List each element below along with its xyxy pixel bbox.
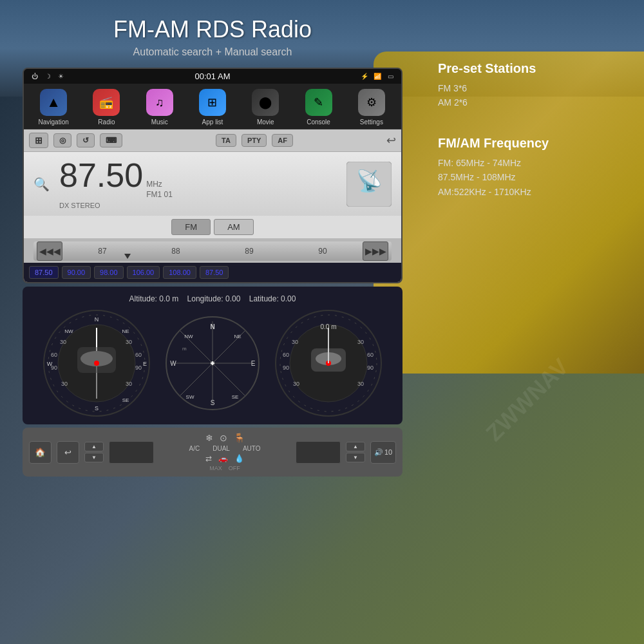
svg-text:m: m (182, 346, 187, 352)
preset-2[interactable]: 90.00 (62, 266, 91, 279)
preset-6[interactable]: 87.50 (200, 266, 229, 279)
svg-text:90: 90 (51, 365, 57, 371)
svg-text:SE: SE (122, 397, 129, 403)
svg-text:60: 60 (367, 352, 374, 358)
ac-arrows-icon: ⇄ (205, 454, 212, 463)
vol-down-btn[interactable]: ▼ (346, 453, 365, 462)
preset-row: 87.50 90.00 98.00 106.00 108.00 87.50 (24, 263, 401, 282)
freq-fm2: 87.5MHz - 108MHz (438, 170, 631, 184)
fm-button[interactable]: FM (171, 219, 211, 235)
scale-mark-87: 87 (98, 247, 106, 256)
svg-text:60: 60 (51, 352, 57, 358)
radio-panel: ⊞ ◎ ↺ ⌨ TA PTY AF ↩ 🔍 87.50 (24, 129, 401, 282)
preset-stations-section: Pre-set Stations FM 3*6 AM 2*6 (438, 61, 631, 110)
svg-text:SE: SE (232, 394, 239, 400)
frequency-range-section: FM/AM Frequency FM: 65MHz - 74MHz 87.5MH… (438, 136, 631, 199)
music-app-icon: ♫ (146, 89, 173, 116)
scan-btn[interactable]: ◎ (53, 133, 71, 147)
svg-text:W: W (170, 360, 176, 367)
frequency-scale: ◀◀◀ 87 88 89 90 ▶▶▶ (24, 238, 401, 263)
am-button[interactable]: AM (214, 219, 254, 235)
signal-icon: 📡 (346, 162, 392, 207)
frequency-number: 87.50 (59, 158, 143, 192)
radio-app-item[interactable]: 📻 Radio (84, 89, 129, 126)
movie-app-item[interactable]: ⬤ Movie (243, 89, 288, 126)
direction-gauge: N S E W NE NW SW SE m (164, 315, 261, 412)
preset-1[interactable]: 87.50 (29, 266, 59, 279)
svg-text:90: 90 (367, 365, 374, 371)
console-app-item[interactable]: ✎ Console (296, 89, 341, 126)
af-btn[interactable]: AF (272, 134, 293, 147)
device-screen: ⏻ ☽ ☀ 00:01 AM ⚡ 📶 ▭ ▲ Navigation � (23, 68, 402, 283)
altitude-label: Altitude: (129, 294, 157, 303)
altitude-value: 0.0 m (159, 294, 178, 303)
svg-text:S: S (95, 405, 99, 412)
svg-text:30: 30 (357, 339, 364, 345)
svg-text:30: 30 (293, 381, 299, 387)
svg-text:60: 60 (135, 352, 142, 358)
preset-4[interactable]: 106.00 (127, 266, 160, 279)
svg-text:E: E (143, 361, 147, 367)
status-bar: ⏻ ☽ ☀ 00:01 AM ⚡ 📶 ▭ (24, 69, 401, 84)
preset-3[interactable]: 98.00 (94, 266, 124, 279)
pty-btn[interactable]: PTY (242, 134, 267, 147)
radio-app-icon: 📻 (93, 89, 120, 116)
ac-max-label: MAX (209, 465, 222, 471)
page-subtitle: Automatic search + Manual search (133, 46, 292, 58)
radio-icon-btn[interactable]: ↺ (77, 133, 95, 147)
left-temp-display (109, 441, 154, 464)
svg-text:60: 60 (283, 352, 289, 358)
svg-text:📡: 📡 (356, 167, 383, 193)
temp-up-btn[interactable]: ▲ (84, 442, 104, 451)
latitude-value: 0.00 (281, 294, 296, 303)
settings-app-item[interactable]: ⚙ Settings (349, 89, 394, 126)
preset-fm: FM 3*6 (438, 81, 631, 95)
music-app-item[interactable]: ♫ Music (137, 89, 182, 126)
preset-5[interactable]: 108.00 (163, 266, 196, 279)
applist-app-item[interactable]: ⊞ App list (190, 89, 235, 126)
prev-station-btn[interactable]: ◀◀◀ (37, 242, 62, 261)
next-station-btn[interactable]: ▶▶▶ (363, 242, 388, 261)
ta-btn[interactable]: TA (216, 134, 236, 147)
svg-text:90: 90 (135, 365, 142, 371)
svg-text:30: 30 (292, 339, 298, 345)
svg-point-24 (94, 361, 99, 366)
ac-snowflake-icon: ❄ (205, 433, 213, 443)
back-button[interactable]: ↩ (57, 441, 79, 464)
preset-stations-title: Pre-set Stations (438, 61, 631, 76)
ac-seat-icon: 🪑 (234, 433, 245, 443)
frequency-title: FM/AM Frequency (438, 136, 631, 151)
nav-app-item[interactable]: ▲ Navigation (31, 89, 76, 126)
svg-text:N: N (210, 323, 214, 330)
longitude-value: 0.00 (225, 294, 240, 303)
ac-panel: 🏠 ↩ ▲ ▼ ❄ ⊙ 🪑 A/C DUAL AUTO ⇄ (23, 428, 402, 477)
svg-text:30: 30 (126, 339, 132, 345)
music-app-label: Music (151, 118, 168, 126)
svg-text:NW: NW (64, 328, 73, 334)
back-btn[interactable]: ↩ (386, 133, 396, 147)
temp-down-btn[interactable]: ▼ (84, 453, 104, 462)
equalizer-btn[interactable]: ⊞ (29, 133, 48, 148)
svg-text:30: 30 (61, 381, 68, 387)
vol-up-btn[interactable]: ▲ (346, 442, 365, 451)
keyboard-btn[interactable]: ⌨ (100, 133, 122, 147)
volume-button[interactable]: 🔊10 (370, 441, 396, 464)
freq-am: AM:522KHz - 1710KHz (438, 185, 631, 199)
latitude-label: Latitude: (249, 294, 279, 303)
home-button[interactable]: 🏠 (29, 441, 52, 464)
freq-fm1: FM: 65MHz - 74MHz (438, 156, 631, 170)
auto-label: AUTO (243, 445, 261, 452)
usb-icon: ⚡ (360, 72, 369, 81)
compass-gauge: N S E W NE NW SE 60 90 60 90 (42, 308, 151, 418)
ac-fan-icon: ⊙ (220, 433, 227, 443)
dx-stereo: DX STEREO (59, 202, 337, 209)
svg-text:30: 30 (357, 381, 364, 387)
movie-app-label: Movie (257, 118, 274, 126)
svg-text:NW: NW (184, 334, 193, 339)
volume-value: 10 (384, 448, 392, 456)
svg-text:NE: NE (234, 334, 241, 339)
ac-label: A/C (189, 445, 200, 452)
svg-text:SW: SW (186, 394, 194, 400)
right-temp-display (296, 441, 341, 464)
scale-mark-89: 89 (245, 247, 253, 256)
